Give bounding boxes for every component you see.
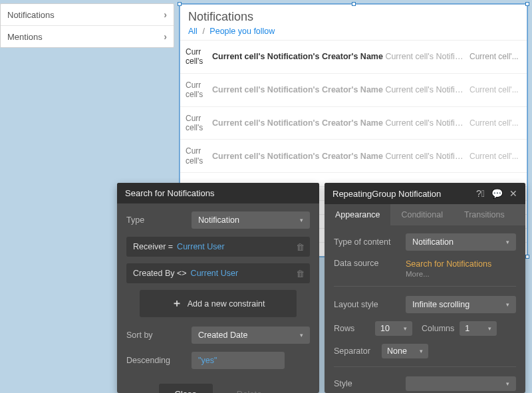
row-text: Current cell's Notification's Creator's … — [212, 85, 464, 94]
notification-row[interactable]: Curr cell's Current cell's Notification'… — [180, 40, 527, 73]
constraint-value[interactable]: Current User — [191, 269, 239, 278]
inspector-title-bar[interactable]: RepeatingGroup Notification ?⃝ 💬 ✕ — [325, 183, 525, 204]
row-text: Current cell's Notification's Creator's … — [212, 118, 464, 128]
inspector-title: Search for Notifications — [125, 188, 214, 198]
panel-header: Notifications All / People you follow — [180, 5, 527, 40]
constraint-row[interactable]: Receiver = Current User 🗑 — [126, 237, 310, 257]
data-source-value[interactable]: Search for Notifications — [406, 259, 491, 269]
delete-button[interactable]: Delete — [221, 384, 278, 393]
sidebar: Notifications › Mentions › — [0, 3, 174, 48]
chevron-right-icon: › — [164, 9, 167, 20]
layout-style-dropdown[interactable]: Infinite scrolling▾ — [406, 296, 516, 313]
row-avatar-placeholder: Curr cell's — [186, 114, 207, 133]
row-meta: Current cell'... — [469, 52, 521, 61]
notification-row[interactable]: Curr cell's Current cell's Notification'… — [180, 73, 527, 106]
sort-dropdown[interactable]: Created Date▾ — [192, 327, 310, 344]
type-of-content-label: Type of content — [334, 237, 400, 247]
data-source-more[interactable]: More... — [406, 270, 516, 278]
divider — [334, 286, 516, 287]
chevron-down-icon: ▾ — [506, 239, 509, 245]
type-label: Type — [126, 215, 186, 225]
tab-transitions[interactable]: Transitions — [454, 204, 515, 225]
breadcrumb: All / People you follow — [188, 27, 519, 36]
inspector-title: RepeatingGroup Notification — [332, 189, 441, 199]
separator-label: Separator — [334, 346, 376, 356]
resize-handle[interactable] — [352, 2, 356, 6]
rows-dropdown[interactable]: 10▾ — [375, 321, 412, 336]
row-meta: Current cell'... — [469, 152, 521, 161]
descending-label: Descending — [126, 356, 186, 365]
type-of-content-dropdown[interactable]: Notification▾ — [406, 233, 516, 251]
plus-icon: ＋ — [172, 297, 182, 311]
tab-conditional[interactable]: Conditional — [390, 204, 454, 225]
notification-row[interactable]: Curr cell's Current cell's Notification'… — [180, 139, 527, 172]
chevron-down-icon: ▾ — [488, 325, 491, 332]
add-constraint-button[interactable]: ＋ Add a new constraint — [140, 290, 297, 317]
notification-row[interactable]: Curr cell's Current cell's Notification'… — [180, 106, 527, 140]
columns-dropdown[interactable]: 1▾ — [460, 321, 497, 336]
data-source-label: Data source — [334, 259, 400, 268]
chevron-down-icon: ▾ — [404, 325, 407, 332]
sidebar-item-notifications[interactable]: Notifications › — [1, 4, 174, 26]
row-text: Current cell's Notification's Creator's … — [212, 52, 464, 61]
repeatinggroup-inspector[interactable]: RepeatingGroup Notification ?⃝ 💬 ✕ Appea… — [325, 183, 525, 393]
style-label: Style — [334, 379, 400, 388]
style-dropdown[interactable]: ▾ — [406, 376, 516, 391]
inspector-tabs: Appearance Conditional Transitions — [325, 204, 525, 225]
breadcrumb-sep: / — [202, 27, 204, 36]
row-avatar-placeholder: Curr cell's — [186, 146, 207, 166]
close-button[interactable]: Close — [159, 384, 213, 393]
sort-label: Sort by — [126, 330, 186, 340]
row-avatar-placeholder: Curr cell's — [186, 80, 207, 100]
breadcrumb-all[interactable]: All — [188, 27, 198, 36]
divider — [334, 366, 516, 367]
sidebar-item-mentions[interactable]: Mentions › — [1, 26, 174, 47]
descending-input[interactable] — [192, 352, 285, 369]
separator-dropdown[interactable]: None▾ — [382, 344, 428, 358]
constraint-value[interactable]: Current User — [177, 242, 225, 251]
sidebar-item-label: Mentions — [7, 32, 43, 42]
help-icon[interactable]: ?⃝ — [476, 188, 485, 199]
chevron-down-icon: ▾ — [300, 217, 303, 223]
rows-label: Rows — [334, 324, 370, 333]
close-icon[interactable]: ✕ — [509, 188, 517, 199]
columns-label: Columns — [422, 324, 454, 333]
inspector-title-bar[interactable]: Search for Notifications — [117, 183, 319, 203]
resize-handle[interactable] — [178, 2, 182, 6]
panel-title: Notifications — [188, 10, 519, 24]
row-meta: Current cell'... — [469, 85, 521, 94]
row-text: Current cell's Notification's Creator's … — [212, 152, 464, 161]
constraint-field: Created By <> — [133, 269, 187, 278]
breadcrumb-follow[interactable]: People you follow — [209, 27, 275, 36]
layout-style-label: Layout style — [334, 300, 400, 309]
chevron-down-icon: ▾ — [506, 301, 509, 308]
row-avatar-placeholder: Curr cell's — [186, 47, 207, 66]
chevron-down-icon: ▾ — [506, 380, 509, 387]
chevron-down-icon: ▾ — [420, 348, 423, 354]
resize-handle[interactable] — [525, 2, 529, 6]
chevron-right-icon: › — [164, 31, 167, 42]
search-inspector[interactable]: Search for Notifications Type Notificati… — [117, 183, 319, 393]
trash-icon[interactable]: 🗑 — [296, 269, 305, 279]
trash-icon[interactable]: 🗑 — [296, 242, 305, 252]
chevron-down-icon: ▾ — [300, 332, 303, 338]
constraint-field: Receiver = — [133, 242, 173, 251]
tab-appearance[interactable]: Appearance — [325, 204, 390, 225]
row-meta: Current cell'... — [469, 118, 521, 128]
type-dropdown[interactable]: Notification▾ — [192, 211, 310, 229]
sidebar-item-label: Notifications — [7, 10, 55, 20]
constraint-row[interactable]: Created By <> Current User 🗑 — [126, 263, 310, 283]
comment-icon[interactable]: 💬 — [491, 188, 503, 199]
resize-handle[interactable] — [525, 255, 529, 259]
